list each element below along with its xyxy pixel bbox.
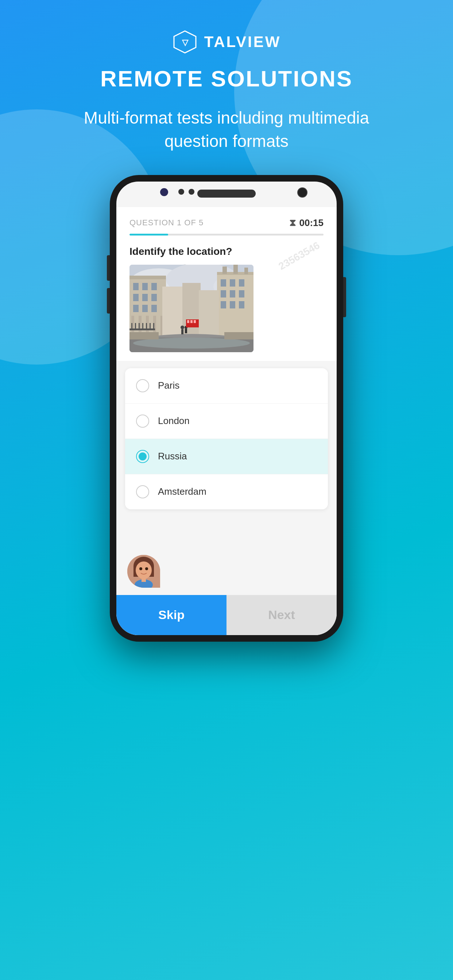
svg-point-65 (139, 567, 142, 570)
radio-russia-fill (139, 452, 147, 460)
svg-rect-29 (230, 290, 235, 298)
svg-rect-25 (221, 279, 226, 286)
svg-rect-47 (135, 323, 136, 330)
answer-paris[interactable]: Paris (125, 368, 328, 404)
hourglass-icon: ⧗ (289, 217, 296, 229)
radio-russia (136, 450, 149, 463)
phone-notch-area (116, 181, 337, 207)
svg-rect-15 (133, 305, 139, 312)
svg-rect-43 (129, 332, 159, 339)
timer-display: ⧗ 00:15 (289, 217, 324, 229)
avatar-image (127, 555, 160, 588)
svg-rect-59 (190, 320, 193, 323)
svg-rect-44 (224, 332, 254, 339)
svg-rect-16 (142, 305, 148, 312)
svg-rect-27 (239, 279, 244, 286)
next-button[interactable]: Next (226, 595, 337, 635)
svg-point-64 (136, 562, 152, 579)
svg-rect-46 (131, 323, 132, 330)
svg-rect-10 (142, 283, 148, 290)
svg-rect-33 (239, 301, 244, 309)
radio-london (136, 415, 149, 428)
city-illustration (129, 265, 254, 352)
question-header: QUESTION 1 OF 5 ⧗ 00:15 (116, 207, 337, 229)
svg-rect-9 (133, 283, 139, 290)
page-header: ▽ TALVIEW REMOTE SOLUTIONS Multi-format … (62, 0, 391, 175)
svg-rect-50 (146, 323, 147, 330)
svg-rect-31 (221, 301, 226, 309)
svg-rect-56 (185, 329, 187, 333)
svg-rect-14 (152, 294, 157, 301)
svg-rect-60 (194, 320, 196, 323)
front-camera (160, 188, 168, 196)
svg-point-53 (180, 326, 184, 329)
svg-rect-51 (150, 323, 151, 330)
timer-value: 00:15 (300, 217, 324, 229)
logo-text: TALVIEW (204, 33, 281, 51)
svg-rect-8 (129, 275, 166, 279)
answer-russia-label: Russia (158, 450, 187, 462)
skip-button[interactable]: Skip (116, 595, 226, 635)
phone-body: QUESTION 1 OF 5 ⧗ 00:15 23563546 2356354… (110, 175, 343, 642)
bottom-buttons: Skip Next (116, 595, 337, 635)
question-number: QUESTION 1 OF 5 (129, 218, 204, 228)
sensor-dot-1 (179, 189, 184, 195)
phone-volume-up (107, 255, 110, 281)
user-avatar (127, 555, 160, 588)
radio-paris (136, 379, 149, 392)
svg-rect-54 (181, 329, 183, 334)
question-content: 23563546 23563546 Identify the location? (116, 235, 337, 361)
phone-speaker (197, 189, 256, 197)
svg-text:▽: ▽ (181, 38, 188, 47)
page-subheadline: Multi-format tests including multimedia … (62, 106, 391, 153)
avatar-area (116, 547, 337, 595)
phone-volume-down (107, 288, 110, 313)
answer-london[interactable]: London (125, 404, 328, 439)
svg-rect-32 (230, 301, 235, 309)
sensor-dot-2 (188, 189, 195, 195)
phone-mockup: QUESTION 1 OF 5 ⧗ 00:15 23563546 2356354… (110, 175, 343, 642)
svg-rect-11 (152, 283, 157, 290)
question-image (129, 265, 254, 352)
radio-amsterdam (136, 485, 149, 498)
answer-paris-label: Paris (158, 380, 179, 391)
logo-container: ▽ TALVIEW (172, 29, 281, 55)
svg-rect-34 (222, 267, 227, 274)
svg-rect-37 (162, 286, 184, 341)
talview-logo-icon: ▽ (172, 29, 198, 55)
answer-amsterdam[interactable]: Amsterdam (125, 474, 328, 509)
answer-amsterdam-label: Amsterdam (158, 486, 206, 497)
answers-container: Paris London Russia Amsterdam (125, 368, 328, 509)
answer-london-label: London (158, 415, 190, 426)
svg-rect-52 (153, 323, 154, 330)
svg-rect-17 (152, 305, 157, 312)
svg-rect-35 (233, 265, 238, 274)
answer-russia[interactable]: Russia (125, 439, 328, 474)
phone-camera (297, 188, 308, 197)
svg-rect-58 (187, 320, 189, 323)
svg-rect-28 (221, 290, 226, 298)
svg-rect-26 (230, 279, 235, 286)
svg-rect-13 (142, 294, 148, 301)
phone-power-btn (343, 277, 346, 317)
phone-screen: QUESTION 1 OF 5 ⧗ 00:15 23563546 2356354… (116, 181, 337, 635)
svg-rect-30 (239, 290, 244, 298)
question-text: Identify the location? (129, 246, 324, 258)
progress-bar-container (116, 229, 337, 235)
page-headline: REMOTE SOLUTIONS (100, 65, 353, 92)
screen-bottom: Skip Next (116, 517, 337, 635)
phone-sensors (179, 189, 195, 195)
svg-rect-49 (142, 323, 144, 330)
svg-rect-39 (199, 290, 219, 341)
svg-point-66 (145, 567, 148, 570)
svg-rect-12 (133, 294, 139, 301)
svg-rect-48 (139, 323, 140, 330)
svg-rect-36 (244, 267, 248, 274)
svg-rect-68 (142, 578, 146, 582)
